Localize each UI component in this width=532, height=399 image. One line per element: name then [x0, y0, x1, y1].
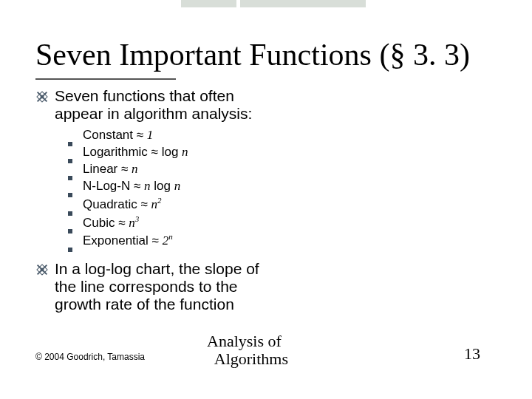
fn-base: 2 [163, 233, 169, 248]
fn-name: Linear [83, 162, 117, 176]
list-item: Linear ≈ n [68, 161, 279, 178]
diamond-bullet-icon [35, 263, 50, 276]
fn-var: n [182, 145, 188, 159]
fn-var: n [129, 215, 135, 229]
intro-text: Seven functions that often appear in alg… [55, 87, 279, 123]
square-bullet-icon [68, 193, 72, 197]
fn-var: n [144, 179, 151, 193]
fn-sup: 3 [135, 214, 140, 223]
diamond-bullet-icon [35, 90, 50, 103]
fn-expr: 1 [147, 128, 154, 142]
decoration-bar [240, 0, 366, 7]
fn-expr: log [151, 179, 174, 193]
title-underline [35, 78, 176, 80]
list-item: Cubic ≈ n3 [68, 214, 279, 232]
square-bullet-icon [68, 159, 72, 163]
fn-name: Exponential [83, 233, 149, 248]
square-bullet-icon [68, 211, 72, 216]
decoration-bar [181, 0, 236, 7]
footer-center-text: Analysis of Algorithms [207, 332, 288, 368]
square-bullet-icon [68, 229, 72, 233]
page-number: 13 [464, 344, 480, 364]
fn-expr: log [162, 145, 182, 159]
fn-name: Constant [83, 128, 133, 142]
fn-var: n [151, 197, 157, 211]
fn-name: Quadratic [83, 197, 137, 211]
copyright-text: © 2004 Goodrich, Tamassia [35, 352, 145, 362]
bullet-item: Seven functions that often appear in alg… [35, 87, 279, 123]
fn-sup: 2 [157, 196, 162, 205]
list-item: Quadratic ≈ n2 [68, 195, 279, 214]
fn-var: n [174, 179, 181, 193]
bullet-item: In a log-log chart, the slope of the lin… [35, 260, 279, 313]
square-bullet-icon [68, 142, 72, 146]
square-bullet-icon [68, 176, 72, 180]
fn-name: N-Log-N [83, 179, 130, 193]
fn-sup: n [168, 232, 173, 241]
list-item: N-Log-N ≈ n log n [68, 178, 279, 195]
list-item: Exponential ≈ 2n [68, 231, 279, 250]
slide-title: Seven Important Functions (§ 3. 3) [35, 37, 497, 72]
fn-name: Logarithmic [83, 145, 148, 159]
fn-name: Cubic [83, 215, 115, 229]
slide-body: Seven functions that often appear in alg… [35, 87, 279, 313]
footer-line2: Algorithms [214, 349, 288, 368]
fn-var: n [132, 162, 138, 176]
footer-line1: Analysis of [207, 332, 282, 350]
list-item: Logarithmic ≈ log n [68, 144, 279, 161]
list-item: Constant ≈ 1 [68, 127, 279, 144]
square-bullet-icon [68, 248, 72, 252]
note-text: In a log-log chart, the slope of the lin… [55, 260, 279, 313]
function-list: Constant ≈ 1 Logarithmic ≈ log n Linear … [68, 127, 279, 250]
